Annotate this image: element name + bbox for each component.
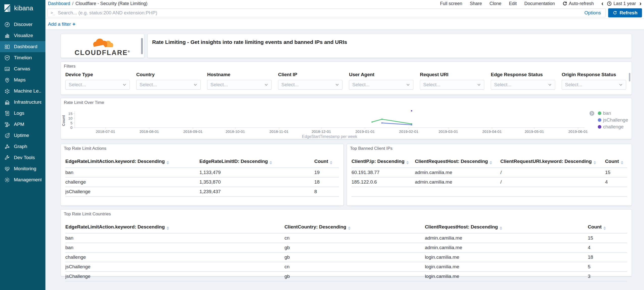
column-header-label: EdgeRateLimitID: Descending (199, 159, 268, 164)
table-empty-row (65, 196, 339, 206)
legend-label: jsChallenge (603, 117, 628, 123)
sort-icon[interactable] (167, 226, 169, 230)
top-action-edit[interactable]: Edit (509, 1, 517, 6)
table-cell: 1,353,870 (199, 177, 314, 187)
table-cell: 3 (588, 272, 627, 281)
sort-icon[interactable] (594, 161, 596, 164)
column-header[interactable]: Count (314, 159, 339, 168)
filter-select-origin-response-status[interactable]: Select... (562, 80, 626, 90)
sidebar-item-apm[interactable]: APM (0, 119, 45, 130)
y-axis-tick-label: 0 (70, 125, 72, 130)
filter-field-origin-response-status: Origin Response StatusSelect... (562, 72, 626, 90)
legend-expand-icon[interactable] (589, 111, 596, 116)
filter-select-edge-response-status[interactable]: Select... (491, 80, 555, 90)
filter-select-client-ip[interactable]: Select... (278, 80, 342, 90)
top-action-clone[interactable]: Clone (490, 1, 501, 6)
filter-label: Origin Response Status (562, 72, 626, 77)
filter-select-hostname[interactable]: Select... (207, 80, 272, 90)
filter-label: User Agent (349, 72, 413, 77)
panel-scrollbar[interactable] (629, 73, 630, 81)
sort-icon[interactable] (621, 161, 623, 164)
auto-refresh-button[interactable]: Auto-refresh (562, 1, 594, 6)
breadcrumb-dashboard-link[interactable]: Dashboard (48, 1, 70, 6)
table-cell: admin.camilia.me (415, 177, 500, 187)
sort-icon[interactable] (406, 161, 409, 164)
table-cell: jsChallenge (65, 187, 199, 196)
table-cell: gb (284, 243, 425, 252)
sort-icon[interactable] (167, 161, 169, 164)
sidebar-item-infrastructure[interactable]: Infrastructure (0, 97, 45, 108)
cloudflare-logo-panel: CLOUDFLARE® (61, 34, 144, 58)
top-action-documentation[interactable]: Documentation (524, 1, 555, 6)
sort-icon[interactable] (490, 161, 492, 164)
add-filter-label: Add a filter (48, 21, 71, 27)
column-header[interactable]: ClientRequestHost: Descending (425, 224, 588, 233)
time-forward-chevron-icon[interactable]: › (639, 1, 641, 7)
search-input[interactable]: >_ Search... (e.g. status:200 AND extens… (47, 8, 606, 17)
column-header[interactable]: ClientCountry: Descending (284, 224, 425, 233)
table-cell-empty (65, 196, 199, 206)
sidebar-item-canvas[interactable]: Canvas (0, 63, 45, 74)
sidebar-item-timelion[interactable]: Timelion (0, 52, 45, 63)
legend-item-challenge[interactable]: challenge (589, 124, 628, 129)
filter-select-device-type[interactable]: Select... (65, 80, 130, 90)
sort-icon[interactable] (270, 161, 272, 164)
sort-icon[interactable] (348, 226, 351, 230)
sidebar-item-logs[interactable]: Logs (0, 108, 45, 119)
sort-icon[interactable] (330, 161, 332, 164)
column-header[interactable]: Count (605, 159, 627, 168)
legend-item-jsChallenge[interactable]: jsChallenge (589, 118, 628, 123)
column-header-label: ClientIP.ip: Descending (352, 159, 405, 164)
document-lines-icon (4, 110, 10, 117)
legend-color-dot (598, 111, 601, 115)
table-panel-title: Top Banned Client IPs (347, 144, 632, 151)
sidebar-item-maps[interactable]: Maps (0, 74, 45, 85)
sidebar-item-machine-le[interactable]: Machine Le... (0, 85, 45, 97)
column-header[interactable]: Count (588, 224, 627, 233)
sidebar-item-management[interactable]: Management (0, 174, 45, 185)
kibana-logo[interactable]: kibana (0, 0, 45, 15)
legend-label: ban (603, 110, 611, 116)
table-cell: gb (284, 272, 425, 281)
time-back-chevron-icon[interactable]: ‹ (601, 1, 603, 7)
sort-icon[interactable] (603, 226, 606, 230)
chevron-down-icon (619, 83, 623, 87)
sidebar-item-dev-tools[interactable]: Dev Tools (0, 152, 45, 163)
filter-label: Hostname (207, 72, 272, 77)
x-axis-tick-label: 2019-05-01 (525, 129, 544, 134)
sidebar-item-discover[interactable]: Discover (0, 19, 45, 30)
add-filter-button[interactable]: Add a filter + (48, 21, 75, 27)
sidebar-item-dashboard[interactable]: Dashboard (0, 41, 45, 52)
column-header[interactable]: EdgeRateLimitAction.keyword: Descending (65, 159, 199, 168)
plus-icon: + (72, 21, 75, 27)
filter-select-country[interactable]: Select... (136, 80, 201, 90)
refresh-icon (613, 11, 617, 15)
legend-item-ban[interactable]: ban (589, 111, 628, 116)
layers-icon (4, 121, 10, 128)
column-header[interactable]: EdgeRateLimitID: Descending (199, 159, 314, 168)
table-cell: / (500, 177, 605, 187)
column-header[interactable]: ClientIP.ip: Descending (352, 159, 415, 168)
column-header[interactable]: ClientRequestURI.keyword: Descending (500, 159, 605, 168)
time-range-picker[interactable]: Last 1 year (607, 1, 636, 6)
sidebar-item-uptime[interactable]: Uptime (0, 130, 45, 141)
table-row: jsChallengegblogin.camilia.me3 (65, 272, 627, 281)
panel-scrollbar[interactable] (141, 38, 143, 54)
filter-select-user-agent[interactable]: Select... (349, 80, 413, 90)
select-placeholder: Select... (140, 82, 157, 88)
top-action-full-screen[interactable]: Full screen (440, 1, 462, 6)
sort-icon[interactable] (500, 226, 502, 230)
query-options-link[interactable]: Options (583, 10, 602, 16)
breadcrumb: Dashboard / Cloudflare - Security (Rate … (48, 1, 147, 6)
refresh-button[interactable]: Refresh (608, 8, 642, 17)
column-header[interactable]: ClientRequestHost: Descending (415, 159, 500, 168)
filter-select-request-uri[interactable]: Select... (420, 80, 484, 90)
sidebar-item-label: Machine Le... (14, 88, 41, 94)
sidebar-item-monitoring[interactable]: Monitoring (0, 163, 45, 174)
sidebar-item-graph[interactable]: Graph (0, 141, 45, 152)
sidebar-item-visualize[interactable]: Visualize (0, 30, 45, 41)
time-range-label: Last 1 year (613, 1, 636, 6)
rate-limit-over-time-panel: Rate Limit Over Time 051015Count2018-07-… (61, 98, 632, 139)
top-action-share[interactable]: Share (470, 1, 482, 6)
column-header[interactable]: EdgeRateLimitAction.keyword: Descending (65, 224, 284, 233)
